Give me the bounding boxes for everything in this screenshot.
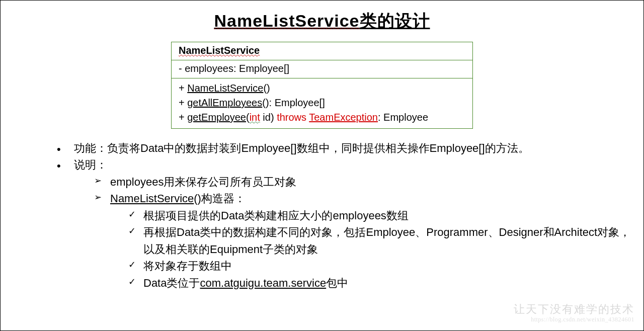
uml-method-2: + getAllEmployees(): Employee[] bbox=[179, 96, 465, 110]
watermark: 让天下没有难学的技术 https://blog.csdn.net/weixin_… bbox=[514, 302, 634, 323]
sub-employees: employees用来保存公司所有员工对象 bbox=[94, 174, 639, 190]
bullet-function: 功能：负责将Data中的数据封装到Employee[]数组中，同时提供相关操作E… bbox=[57, 140, 639, 156]
check-2: 再根据Data类中的数据构建不同的对象，包括Employee、Programme… bbox=[128, 224, 639, 258]
uml-method-3: + getEmployee(int id) throws TeamExcepti… bbox=[179, 110, 465, 125]
check-3: 将对象存于数组中 bbox=[128, 258, 639, 274]
sub-constructor: NameListService()构造器： 根据项目提供的Data类构建相应大小… bbox=[94, 190, 639, 291]
check-1: 根据项目提供的Data类构建相应大小的employees数组 bbox=[128, 207, 639, 224]
check-4: Data类位于com.atguigu.team.service包中 bbox=[128, 275, 639, 291]
uml-class-name: NameListService bbox=[172, 42, 472, 60]
uml-class-box: NameListService - employees: Employee[] … bbox=[171, 42, 473, 129]
uml-fields: - employees: Employee[] bbox=[172, 60, 472, 78]
title-english: NameListService bbox=[214, 11, 359, 30]
watermark-text: 让天下没有难学的技术 bbox=[514, 302, 634, 317]
content-body: 功能：负责将Data中的数据封装到Employee[]数组中，同时提供相关操作E… bbox=[1, 140, 643, 291]
slide-title: NameListService类的设计 bbox=[1, 10, 643, 33]
bullet-description: 说明： employees用来保存公司所有员工对象 NameListServic… bbox=[57, 156, 639, 291]
watermark-url: https://blog.csdn.net/weixin_43824601 bbox=[514, 316, 634, 323]
title-chinese: 类的设计 bbox=[360, 11, 430, 30]
uml-method-1: + NameListService() bbox=[179, 81, 465, 96]
uml-methods: + NameListService() + getAllEmployees():… bbox=[172, 78, 472, 128]
